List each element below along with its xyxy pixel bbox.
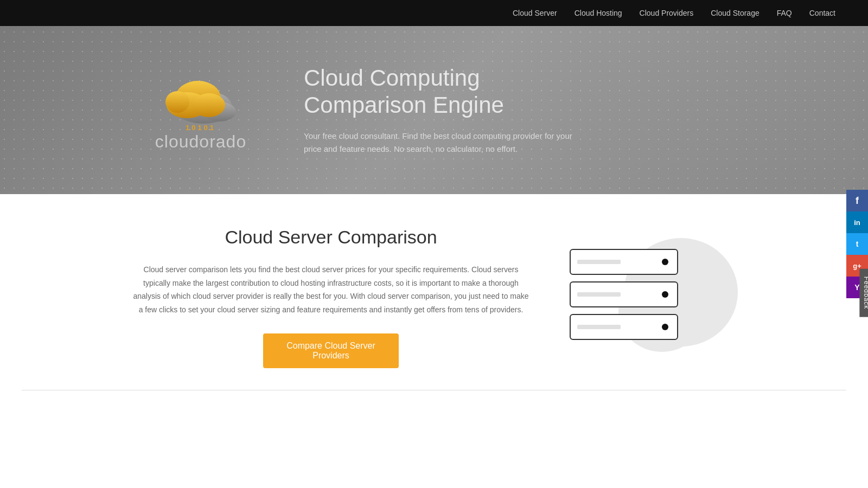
nav-cloud-storage[interactable]: Cloud Storage [711, 9, 760, 17]
servers-container [570, 249, 678, 340]
hero-logo: 10101 cloudorado [130, 68, 271, 152]
server-light-3 [662, 324, 668, 330]
twitter-button[interactable]: t [846, 233, 868, 255]
server-unit-2 [570, 281, 678, 307]
nav-contact[interactable]: Contact [809, 9, 835, 17]
section-description: Cloud server comparison lets you find th… [130, 263, 532, 316]
feedback-button[interactable]: Feedback [860, 269, 868, 317]
server-unit-1 [570, 249, 678, 275]
nav-cloud-providers[interactable]: Cloud Providers [640, 9, 694, 17]
main-nav: Cloud Server Cloud Hosting Cloud Provide… [0, 0, 868, 26]
server-light-2 [662, 291, 668, 298]
section-title: Cloud Server Comparison [130, 227, 532, 248]
nav-cloud-server[interactable]: Cloud Server [513, 9, 557, 17]
hero-description: Your free cloud consultant. Find the bes… [304, 130, 575, 156]
facebook-button[interactable]: f [846, 190, 868, 211]
svg-point-5 [193, 93, 225, 117]
svg-point-6 [165, 91, 189, 113]
server-light-1 [662, 259, 668, 265]
hero-section: 10101 cloudorado Cloud Computing Compari… [0, 26, 868, 194]
section-divider [22, 390, 846, 390]
linkedin-button[interactable]: in [846, 211, 868, 233]
cloud-logo-icon [155, 68, 247, 128]
server-illustration [564, 238, 738, 357]
hero-title: Cloud Computing Comparison Engine [304, 65, 575, 119]
nav-cloud-hosting[interactable]: Cloud Hosting [575, 9, 622, 17]
hero-text-block: Cloud Computing Comparison Engine Your f… [304, 65, 575, 156]
server-unit-3 [570, 314, 678, 340]
comparison-text: Cloud Server Comparison Cloud server com… [130, 227, 532, 368]
main-content: Cloud Server Comparison Cloud server com… [108, 194, 760, 390]
nav-faq[interactable]: FAQ [777, 9, 792, 17]
compare-button[interactable]: Compare Cloud Server Providers [263, 333, 399, 368]
